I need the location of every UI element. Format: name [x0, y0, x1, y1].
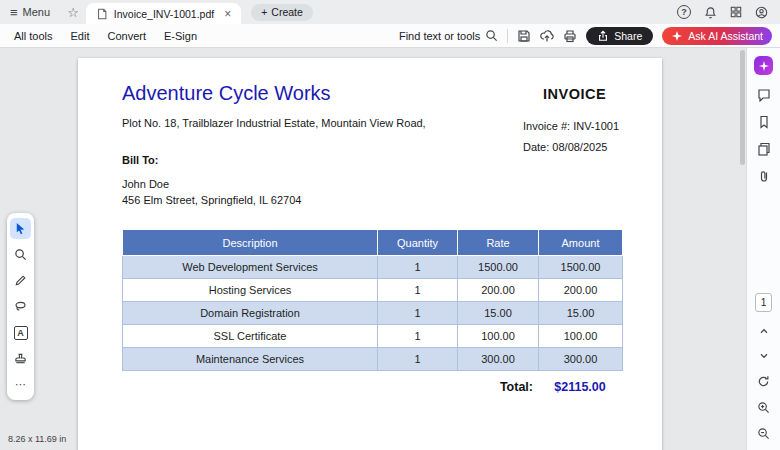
print-icon[interactable] — [563, 29, 577, 43]
more-icon: ⋯ — [15, 378, 26, 391]
save-icon[interactable] — [517, 29, 531, 43]
right-rail: 1 — [746, 48, 780, 450]
pdf-page: Adventure Cycle Works INVOICE Plot No. 1… — [78, 58, 662, 450]
tab-title: Invoice_INV-1001.pdf — [114, 8, 214, 20]
invoice-company-address: Plot No. 18, Trailblazer Industrial Esta… — [122, 117, 426, 129]
chevron-down-icon[interactable] — [758, 350, 770, 362]
zoom-out-icon[interactable] — [757, 427, 770, 440]
stamp-icon — [14, 352, 27, 365]
user-avatar-icon[interactable] — [755, 6, 768, 19]
ai-sparkle-icon — [671, 30, 683, 42]
menu-item-all-tools[interactable]: All tools — [14, 30, 53, 42]
menu-item-esign[interactable]: E-Sign — [164, 30, 197, 42]
invoice-date: Date: 08/08/2025 — [523, 137, 619, 158]
quick-tools-palette: A ⋯ — [7, 213, 34, 400]
invoice-number: Invoice #: INV-1001 — [523, 116, 619, 137]
page-number-indicator[interactable]: 1 — [755, 293, 772, 312]
page-size-indicator: 8.26 x 11.69 in — [8, 434, 66, 444]
invoice-table: Description Quantity Rate Amount Web Dev… — [122, 229, 623, 371]
find-tool[interactable]: Find text or tools — [399, 29, 498, 42]
tab-bar: ≡ Menu ☆ Invoice_INV-1001.pdf × + Create… — [0, 0, 780, 24]
tabbar-right-icons: ? — [677, 0, 780, 24]
zoom-in-icon[interactable] — [757, 401, 770, 414]
pencil-tool-button[interactable] — [10, 270, 31, 291]
ai-assistant-rail-button[interactable] — [754, 56, 773, 75]
total-value: $2115.00 — [538, 380, 622, 394]
col-rate: Rate — [458, 230, 539, 256]
zoom-tool-button[interactable] — [10, 244, 31, 265]
apps-grid-icon[interactable] — [730, 6, 742, 18]
acrobat-window: ≡ Menu ☆ Invoice_INV-1001.pdf × + Create… — [0, 0, 780, 450]
toolbar-divider — [507, 29, 508, 43]
paperclip-icon[interactable] — [757, 169, 771, 183]
lasso-icon — [14, 300, 27, 313]
col-description: Description — [123, 230, 378, 256]
pencil-icon — [14, 274, 27, 287]
cursor-arrow-icon — [14, 222, 27, 235]
cloud-upload-icon[interactable] — [540, 29, 554, 43]
text-box-icon: A — [14, 326, 28, 340]
total-label: Total: — [408, 380, 533, 394]
col-amount: Amount — [539, 230, 623, 256]
toolbar-right: Find text or tools — [399, 27, 780, 45]
invoice-meta: Invoice #: INV-1001 Date: 08/08/2025 — [523, 116, 619, 158]
toolbar: All tools Edit Convert E-Sign Find text … — [0, 24, 780, 48]
chevron-up-icon[interactable] — [758, 325, 770, 337]
search-icon — [485, 29, 498, 42]
refresh-icon[interactable] — [757, 375, 770, 388]
hamburger-icon: ≡ — [10, 6, 18, 19]
table-row: SSL Certificate 1 100.00 100.00 — [123, 325, 623, 348]
table-row: Domain Registration 1 15.00 15.00 — [123, 302, 623, 325]
menu-button[interactable]: ≡ Menu — [0, 0, 60, 24]
find-label: Find text or tools — [399, 30, 480, 42]
table-row: Maintenance Services 1 300.00 300.00 — [123, 348, 623, 371]
bell-icon[interactable] — [704, 6, 717, 19]
menu-item-convert[interactable]: Convert — [108, 30, 147, 42]
col-quantity: Quantity — [378, 230, 458, 256]
close-icon[interactable]: × — [224, 7, 231, 21]
share-icon — [597, 30, 609, 42]
share-label: Share — [614, 30, 642, 42]
table-header-row: Description Quantity Rate Amount — [123, 230, 623, 256]
create-button[interactable]: + Create — [251, 4, 313, 21]
invoice-company-name: Adventure Cycle Works — [122, 82, 331, 105]
bookmark-icon[interactable] — [757, 115, 771, 129]
lasso-tool-button[interactable] — [10, 296, 31, 317]
document-area: Adventure Cycle Works INVOICE Plot No. 1… — [0, 48, 746, 450]
help-icon[interactable]: ? — [677, 5, 691, 19]
vertical-scrollbar[interactable] — [740, 50, 745, 165]
toolbar-menu-items: All tools Edit Convert E-Sign — [0, 30, 197, 42]
customer-address: 456 Elm Street, Springfield, IL 62704 — [122, 194, 301, 206]
copy-pages-icon[interactable] — [757, 142, 771, 156]
share-button[interactable]: Share — [586, 27, 653, 45]
add-text-tool-button[interactable]: A — [10, 322, 31, 343]
pdf-doc-icon — [96, 8, 108, 20]
document-tab[interactable]: Invoice_INV-1001.pdf × — [86, 3, 241, 24]
comment-icon[interactable] — [757, 88, 771, 102]
ai-label: Ask AI Assistant — [688, 30, 763, 42]
create-label: Create — [271, 6, 303, 18]
table-row: Hosting Services 1 200.00 200.00 — [123, 279, 623, 302]
table-row: Web Development Services 1 1500.00 1500.… — [123, 256, 623, 279]
menu-label: Menu — [23, 6, 51, 18]
invoice-title: INVOICE — [543, 86, 606, 102]
ask-ai-assistant-button[interactable]: Ask AI Assistant — [662, 27, 772, 45]
magnifier-icon — [14, 248, 27, 261]
select-tool-button[interactable] — [10, 218, 31, 239]
star-icon[interactable]: ☆ — [60, 0, 86, 24]
bill-to-label: Bill To: — [122, 154, 158, 166]
stamp-tool-button[interactable] — [10, 348, 31, 369]
plus-icon: + — [261, 6, 267, 18]
menu-item-edit[interactable]: Edit — [71, 30, 90, 42]
more-tools-button[interactable]: ⋯ — [10, 374, 31, 395]
customer-name: John Doe — [122, 178, 169, 190]
